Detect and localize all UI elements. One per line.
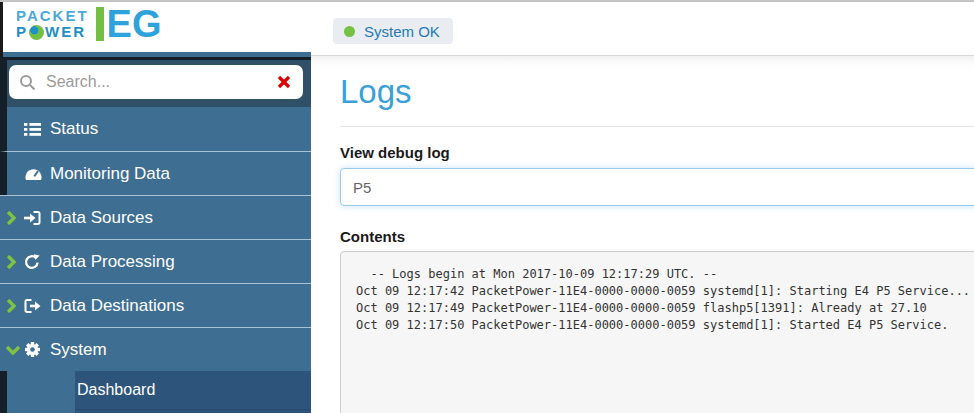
sidebar-item-label: System (50, 340, 107, 360)
packet-power-logo: PACKET PWER EG (16, 7, 161, 41)
log-contents-box[interactable]: -- Logs begin at Mon 2017-10-09 12:17:29… (340, 251, 974, 413)
header: PACKET PWER EG System OK (0, 2, 974, 55)
sidebar-item-monitoring-data[interactable]: Monitoring Data (0, 151, 311, 195)
gear-icon (24, 341, 50, 358)
sidebar-nav: Status Monitoring Data (0, 107, 311, 413)
logo-word-power: PWER (16, 24, 89, 40)
chevron-down-icon (0, 345, 24, 355)
search-box[interactable] (9, 65, 303, 99)
logo-eg-text: EG (96, 7, 162, 41)
sidebar-item-label: Data Processing (50, 252, 175, 272)
debug-log-select[interactable]: P5 (340, 168, 974, 206)
sidebar-item-data-destinations[interactable]: Data Destinations (0, 283, 311, 327)
chevron-right-icon (0, 299, 24, 313)
sidebar-item-data-processing[interactable]: Data Processing (0, 239, 311, 283)
sidebar-item-status[interactable]: Status (0, 107, 311, 151)
sidebar-subitem-label: Dashboard (77, 381, 155, 399)
status-ok-dot-icon (344, 26, 355, 37)
main-content: Logs View debug log P5 Contents -- Logs … (311, 55, 974, 413)
chevron-right-icon (0, 211, 24, 225)
sidebar-subitem-dashboard[interactable]: Dashboard (0, 371, 311, 410)
sidebar: Status Monitoring Data (0, 52, 311, 413)
list-icon (24, 122, 50, 137)
sidebar-item-label: Status (50, 119, 98, 139)
view-debug-log-label: View debug log (340, 144, 974, 161)
sidebar-item-data-sources[interactable]: Data Sources (0, 195, 311, 239)
system-status-badge[interactable]: System OK (333, 18, 453, 44)
sidebar-item-label: Data Sources (50, 208, 153, 228)
title-divider (340, 126, 974, 127)
logo-globe-icon (29, 25, 44, 40)
status-label: System OK (364, 23, 440, 40)
search-icon (19, 74, 36, 91)
clear-search-icon[interactable] (277, 75, 291, 89)
sidebar-item-label: Data Destinations (50, 296, 184, 316)
chevron-right-icon (0, 255, 24, 269)
packet-power-eg-app: PACKET PWER EG System OK (0, 0, 974, 413)
sidebar-item-label: Monitoring Data (50, 164, 170, 184)
search-input[interactable] (44, 72, 277, 92)
logo-wordmark: PACKET PWER (16, 8, 89, 40)
sign-in-icon (24, 210, 50, 226)
page-title: Logs (340, 74, 974, 110)
debug-log-selected-value: P5 (353, 179, 371, 196)
refresh-icon (24, 254, 50, 270)
sign-out-icon (24, 298, 50, 314)
contents-label: Contents (340, 228, 974, 245)
sidebar-search-area (0, 57, 311, 107)
gauge-icon (24, 166, 50, 181)
logo-word-packet: PACKET (16, 8, 89, 24)
sidebar-item-system[interactable]: System (0, 327, 311, 371)
